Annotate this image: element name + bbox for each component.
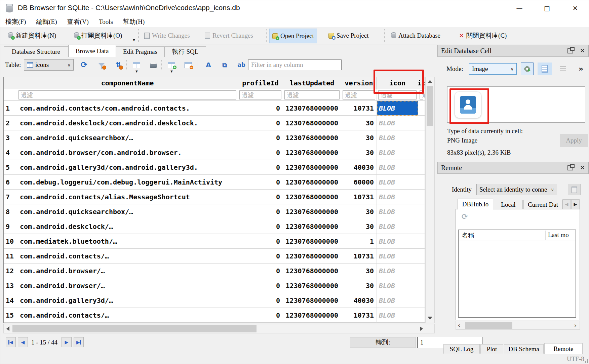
text-view-button[interactable] [538, 63, 552, 75]
cell-clipped[interactable] [418, 219, 425, 234]
cell-version[interactable]: 1 [341, 234, 377, 249]
cell-version[interactable]: 30 [341, 116, 377, 130]
cell-icon-blob[interactable]: BLOB [377, 130, 418, 145]
new-database-button[interactable]: + 新建資料庫(N) [6, 29, 59, 43]
cell-clipped[interactable] [418, 101, 425, 116]
refresh-button[interactable]: ⟳ [79, 60, 89, 70]
name-column-header[interactable]: 名稱 [462, 231, 474, 240]
cell-componentName[interactable]: com.android.contacts/alias.MessageShortc… [17, 190, 238, 204]
tab-scroll-right-button[interactable]: ▶ [571, 199, 580, 209]
remote-tab-DBHub.io[interactable]: DBHub.io [458, 199, 493, 209]
tab-執行 SQL[interactable]: 執行 SQL [164, 46, 206, 57]
grid-vertical-scrollbar[interactable] [425, 77, 435, 323]
cell-profileId[interactable]: 0 [238, 190, 283, 204]
tab-Edit Pragmas[interactable]: Edit Pragmas [116, 46, 164, 57]
last-modified-column-header[interactable]: Last mo [548, 231, 569, 239]
cell-icon-blob[interactable]: BLOB [377, 249, 418, 264]
cell-icon-blob[interactable]: BLOB [377, 308, 418, 323]
cell-profileId[interactable]: 0 [238, 145, 283, 160]
resize-grip[interactable] [584, 359, 588, 363]
save-results-button[interactable] [131, 60, 142, 70]
cell-clipped[interactable] [418, 234, 425, 249]
remote-refresh-icon[interactable]: ⟳ [462, 213, 468, 220]
cell-componentName[interactable]: com.android.browser/com.android.browser. [17, 145, 238, 160]
scroll-right-icon[interactable]: › [574, 323, 577, 328]
cell-lastUpdated[interactable]: 1230768000000 [283, 116, 341, 130]
cell-profileId[interactable]: 0 [238, 130, 283, 145]
cell-profileId[interactable]: 0 [238, 249, 283, 264]
cell-profileId[interactable]: 0 [238, 278, 283, 293]
cell-lastUpdated[interactable]: 1230768000000 [283, 249, 341, 264]
cell-icon-blob[interactable]: BLOB [377, 204, 418, 219]
col-header-version[interactable]: version [341, 77, 377, 89]
clear-filters-button[interactable] [96, 60, 107, 70]
menu-item-查看(V)[interactable]: 查看(V) [62, 16, 94, 27]
cell-componentName[interactable]: com.android.gallery3d/… [17, 293, 238, 308]
cell-profileId[interactable]: 0 [238, 160, 283, 175]
apply-button[interactable]: Apply [560, 134, 588, 147]
filter-input-profileId[interactable]: 過濾 [239, 90, 281, 99]
cell-clipped[interactable] [418, 160, 425, 175]
dock-tab-db-schema[interactable]: DB Schema [504, 344, 544, 354]
filter-input-version[interactable]: 過濾 [343, 90, 375, 99]
cell-version[interactable]: 60000 [341, 175, 377, 190]
insert-record-button[interactable]: + [166, 60, 176, 70]
cell-clipped[interactable] [418, 293, 425, 308]
cell-lastUpdated[interactable]: 1230768000000 [283, 160, 341, 175]
cell-icon-blob[interactable]: BLOB [377, 145, 418, 160]
cell-version[interactable]: 30 [341, 130, 377, 145]
dock-tab-sql-log[interactable]: SQL Log [443, 344, 480, 354]
find-in-cells-button[interactable]: ⧉ [220, 60, 230, 70]
close-panel-icon[interactable]: ✕ [580, 48, 585, 54]
print-button[interactable] [148, 60, 158, 70]
cell-componentName[interactable]: com.android.gallery3d/com.android.galler… [17, 160, 238, 175]
cell-lastUpdated[interactable]: 1230768000000 [283, 130, 341, 145]
first-page-button[interactable]: ◀ [6, 337, 16, 347]
scroll-left-icon[interactable]: ‹ [458, 323, 460, 328]
cell-componentName[interactable]: com.android.contacts/com.android.contact… [17, 101, 238, 116]
tab-scroll-left-button[interactable]: ◀ [562, 199, 571, 209]
minimize-button[interactable]: — [512, 2, 527, 14]
table-select[interactable]: icons ∨ [24, 59, 74, 71]
cell-lastUpdated[interactable]: 1230768000000 [283, 278, 341, 293]
scroll-up-icon[interactable] [428, 80, 432, 83]
menu-item-檔案(F)[interactable]: 檔案(F) [0, 16, 31, 27]
float-panel-icon[interactable] [567, 165, 573, 170]
import-data-button[interactable] [521, 63, 534, 75]
vertical-scroll-thumb[interactable] [427, 86, 433, 126]
cell-lastUpdated[interactable]: 1230768000000 [283, 101, 341, 116]
remote-scroll-thumb[interactable] [465, 322, 512, 329]
cell-profileId[interactable]: 0 [238, 116, 283, 130]
dock-tab-remote[interactable]: Remote [544, 343, 583, 354]
next-page-button[interactable]: ▶ [62, 337, 72, 347]
cell-lastUpdated[interactable]: 1230768000000 [283, 145, 341, 160]
cell-clipped[interactable] [418, 308, 425, 323]
cell-profileId[interactable]: 0 [238, 101, 283, 116]
replace-button[interactable]: ab [236, 60, 246, 70]
cell-componentName[interactable]: com.android.quicksearchbox/… [17, 204, 238, 219]
encoding-status[interactable]: UTF-8 [567, 355, 584, 363]
close-panel-icon[interactable]: ✕ [580, 165, 585, 171]
cell-lastUpdated[interactable]: 1230768000000 [283, 190, 341, 204]
cell-profileId[interactable]: 0 [238, 308, 283, 323]
identity-select[interactable]: Select an identity to conne ∨ [476, 184, 557, 195]
cell-version[interactable]: 30 [341, 145, 377, 160]
open-database-dropdown-icon[interactable]: ▼ [132, 38, 136, 42]
menu-item-幫助(H)[interactable]: 幫助(H) [118, 16, 150, 27]
cell-componentName[interactable]: com.android.contacts/… [17, 308, 238, 323]
attach-database-button[interactable]: Attach Database [389, 29, 443, 43]
cell-icon-blob[interactable]: BLOB [377, 175, 418, 190]
cell-icon-blob-selected[interactable]: BLOB [377, 101, 418, 116]
cell-version[interactable]: 10731 [341, 190, 377, 204]
cell-version[interactable]: 30 [341, 204, 377, 219]
cell-version[interactable]: 40030 [341, 293, 377, 308]
tab-Browse Data[interactable]: Browse Data [68, 45, 116, 57]
cell-icon-blob[interactable]: BLOB [377, 116, 418, 130]
cell-version[interactable]: 10731 [341, 308, 377, 323]
clear-sorting-button[interactable]: ⇅ [113, 60, 123, 70]
cell-lastUpdated[interactable]: 1230768000000 [283, 175, 341, 190]
cell-clipped[interactable] [418, 145, 425, 160]
cell-icon-blob[interactable]: BLOB [377, 293, 418, 308]
mode-select[interactable]: Image ∨ [469, 63, 517, 75]
cell-clipped[interactable] [418, 190, 425, 204]
